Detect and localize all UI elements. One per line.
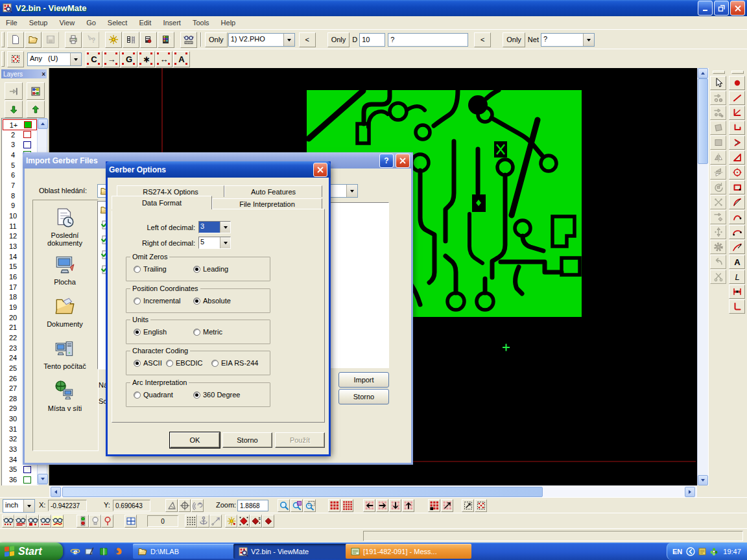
canvas-vscroll-thumb[interactable]	[698, 78, 708, 164]
tile-view-button[interactable]	[124, 515, 137, 528]
import-help-button[interactable]: ?	[379, 154, 394, 168]
place-posledn-dokumenty[interactable]: Poslední dokumenty	[34, 207, 96, 247]
net-combo-drop[interactable]	[583, 34, 594, 46]
layers-scroll-down[interactable]	[38, 474, 48, 484]
stretch-points-button[interactable]	[209, 515, 222, 528]
draw-polyline-button[interactable]	[729, 106, 745, 120]
tab-data-format[interactable]: Data Format	[112, 196, 212, 209]
layer-stack-button[interactable]	[27, 82, 45, 100]
film-select-button[interactable]	[140, 32, 157, 48]
language-indicator[interactable]: EN	[672, 548, 682, 555]
tab-file-interpretation[interactable]: File Interpretation	[212, 198, 322, 209]
glasses-measure-icon[interactable]	[180, 32, 197, 48]
menu-help[interactable]: Help	[215, 18, 242, 28]
quicklaunch-internet-explorer[interactable]: e	[69, 545, 81, 557]
context-help-button[interactable]: ?	[82, 32, 99, 48]
place-plocha[interactable]: Plocha	[34, 253, 96, 286]
only-net-button[interactable]: Only	[503, 32, 525, 47]
canvas-vscrollbar[interactable]	[697, 68, 708, 485]
prev-net-button[interactable]: <	[474, 32, 491, 47]
ok-button[interactable]: OK	[170, 432, 220, 448]
tray-hide-chevron[interactable]	[685, 546, 696, 557]
zoom-in-button[interactable]	[278, 499, 290, 512]
fill-rectangle-button[interactable]	[710, 135, 726, 150]
layer-row-36[interactable]: 36	[3, 474, 36, 485]
draw-dimension-button[interactable]	[729, 285, 745, 299]
task-message-card[interactable]: [191-482-091] - Mess...	[346, 544, 471, 559]
minimize-button[interactable]	[698, 1, 713, 16]
radio-leading[interactable]: Leading	[191, 265, 230, 273]
mirror-vertical-button[interactable]	[710, 165, 726, 180]
grid-snap-button[interactable]	[428, 499, 440, 512]
select-filter-combo[interactable]: Any (U)	[27, 52, 82, 66]
import-button[interactable]: Import	[338, 372, 389, 388]
select-star-button[interactable]: ∗	[138, 51, 155, 67]
draw-rectangle-button[interactable]	[729, 180, 745, 194]
select-area-button[interactable]	[462, 499, 474, 512]
place-m-sta-v-s-ti[interactable]: Místa v síti	[34, 380, 96, 412]
grid-shift-button[interactable]	[441, 499, 453, 512]
menu-select[interactable]: Select	[102, 18, 134, 28]
select-points-button[interactable]	[475, 499, 487, 512]
prev-layer-button[interactable]: <	[299, 32, 316, 47]
probe-locate-button[interactable]	[191, 499, 204, 512]
toggle-active-button[interactable]	[77, 515, 89, 528]
redraw-flash-button[interactable]	[105, 32, 122, 48]
right-of-decimal-drop[interactable]	[220, 237, 230, 248]
draw-pad-button[interactable]	[729, 76, 745, 90]
select-cursor-button[interactable]	[710, 76, 726, 90]
draw-notch-button[interactable]	[729, 135, 745, 150]
left-of-decimal-combo[interactable]: 3	[198, 221, 231, 233]
draw-circle-button[interactable]	[729, 165, 745, 180]
place-dokumenty[interactable]: Dokumenty	[34, 296, 96, 328]
move-to-layer-button[interactable]	[710, 91, 726, 105]
layer-insert-button[interactable]	[5, 82, 23, 100]
select-component-button[interactable]: C	[86, 51, 102, 67]
settings-gear-button[interactable]	[710, 240, 726, 254]
open-folder-button[interactable]	[25, 32, 42, 48]
radio-absolute[interactable]: Absolute	[191, 297, 233, 305]
place-tento-po-ta-[interactable]: Tento počítač	[34, 338, 96, 370]
zoom-window-button[interactable]	[303, 499, 316, 512]
left-of-decimal-drop[interactable]	[220, 222, 230, 233]
layers-close-icon[interactable]: ×	[42, 71, 45, 78]
film-colors-button[interactable]	[158, 32, 174, 48]
view-dcode-flag-button[interactable]	[51, 515, 64, 528]
layer-row-1[interactable]: 1+	[3, 119, 37, 130]
layer-down-button[interactable]	[5, 100, 23, 118]
save-button[interactable]	[42, 32, 59, 48]
layer-row-2[interactable]: 2	[3, 130, 36, 140]
canvas-hscroll-thumb[interactable]	[62, 487, 543, 497]
select-swap-button[interactable]: ↔	[156, 51, 172, 67]
dcode-input[interactable]: 10	[359, 33, 385, 47]
gerber-close-button[interactable]	[313, 163, 327, 177]
layer-combo-drop[interactable]	[283, 34, 294, 46]
select-points-icon[interactable]	[7, 51, 24, 67]
canvas-scroll-up[interactable]	[698, 68, 708, 78]
menu-tools[interactable]: Tools	[187, 18, 215, 28]
tab-auto-features[interactable]: Auto Features	[224, 185, 322, 197]
draw-text-l-button[interactable]: L	[729, 270, 745, 284]
measure-angle-button[interactable]	[165, 499, 178, 512]
draw-text-a-button[interactable]: A	[729, 255, 745, 269]
select-filter-drop[interactable]	[70, 53, 81, 65]
draw-curve-button[interactable]	[729, 210, 745, 224]
preview-list[interactable]	[329, 202, 389, 368]
menu-go[interactable]: Go	[80, 18, 102, 28]
view-dcode-mixed-button[interactable]	[39, 515, 51, 528]
layers-scroll-up[interactable]	[38, 119, 48, 129]
canvas-hscrollbar[interactable]	[49, 485, 697, 497]
task-viewmate[interactable]: V2.bin - ViewMate	[233, 544, 351, 559]
radio-360-degree[interactable]: 360 Degree	[191, 391, 243, 399]
dot-matrix-button[interactable]	[185, 515, 197, 528]
undo-button[interactable]	[710, 255, 726, 269]
draw-sketch-button[interactable]	[729, 240, 745, 254]
quicklaunch-help-book[interactable]	[97, 545, 110, 557]
view-dcode-pads-button[interactable]	[27, 515, 39, 528]
unit-combo-drop[interactable]	[23, 500, 34, 512]
apply-button[interactable]: Použít	[275, 432, 325, 448]
cut-points-button[interactable]	[710, 270, 726, 284]
zoom-grid-button[interactable]	[290, 499, 303, 512]
gerber-cancel-button[interactable]: Storno	[222, 432, 272, 448]
draw-corner-button[interactable]	[729, 299, 745, 314]
